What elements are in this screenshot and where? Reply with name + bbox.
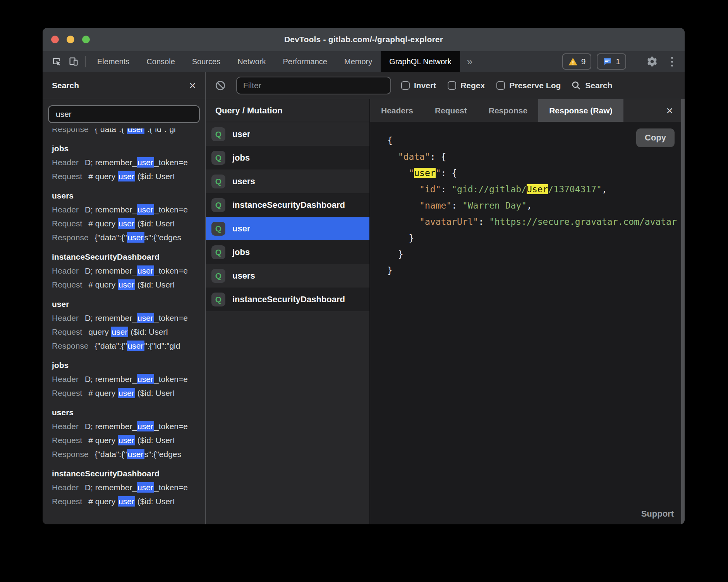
result-line[interactable]: HeaderD; remember_user_token=e: [52, 482, 201, 493]
query-list-item-user[interactable]: Quser: [206, 217, 369, 240]
kebab-menu-icon[interactable]: [666, 57, 678, 67]
minimize-window-button[interactable]: [67, 36, 74, 43]
query-list-item-jobs[interactable]: Qjobs: [206, 240, 369, 264]
result-group-title[interactable]: instanceSecurityDashboard: [52, 251, 201, 263]
result-line-label: Request: [52, 496, 82, 507]
checkbox-invert[interactable]: Invert: [401, 81, 436, 90]
text-segment: # query: [88, 436, 118, 445]
devtools-tab-performance[interactable]: Performance: [275, 51, 336, 72]
json-line: "avatarUrl": "https://secure.gravatar.co…: [387, 214, 685, 230]
result-line[interactable]: Response{"data":{"users":{"edges: [52, 448, 201, 460]
devtools-tab-sources[interactable]: Sources: [184, 51, 229, 72]
devtools-toolbar: ElementsConsoleSourcesNetworkPerformance…: [43, 51, 685, 72]
query-list-item-instancesecuritydashboard[interactable]: QinstanceSecurityDashboard: [206, 193, 369, 217]
copy-button[interactable]: Copy: [636, 128, 675, 147]
result-group-title[interactable]: instanceSecurityDashboard: [52, 468, 201, 479]
text-segment: D; remember_: [85, 158, 137, 167]
result-group-title[interactable]: users: [52, 190, 201, 202]
devtools-tab-memory[interactable]: Memory: [336, 51, 381, 72]
query-type-badge: Q: [211, 293, 225, 306]
result-line[interactable]: Request# query user ($id: UserI: [52, 387, 201, 399]
support-link[interactable]: Support: [641, 509, 674, 519]
query-list-item-users[interactable]: Qusers: [206, 264, 369, 288]
devtools-tab-network[interactable]: Network: [229, 51, 274, 72]
filter-search-label: Search: [585, 81, 612, 90]
result-line[interactable]: Request# query user ($id: UserI: [52, 171, 201, 182]
result-line[interactable]: HeaderD; remember_user_token=e: [52, 204, 201, 216]
text-segment: D; remember_: [85, 422, 137, 431]
query-list-item-user[interactable]: Quser: [206, 122, 369, 146]
result-group-title[interactable]: jobs: [52, 359, 201, 371]
devtools-tab-graphql-network[interactable]: GraphQL Network: [381, 51, 460, 72]
result-line[interactable]: HeaderD; remember_user_token=e: [52, 421, 201, 432]
checkbox-box[interactable]: [401, 81, 410, 90]
result-line-value: # query user ($id: UserI: [88, 387, 175, 399]
response-scrollbar[interactable]: [681, 99, 685, 524]
result-line[interactable]: HeaderD; remember_user_token=e: [52, 265, 201, 277]
result-group-title[interactable]: users: [52, 407, 201, 418]
query-label: jobs: [232, 153, 250, 163]
json-line: }: [387, 230, 685, 246]
result-line[interactable]: HeaderD; remember_user_token=e: [52, 312, 201, 324]
settings-gear-icon[interactable]: [644, 56, 661, 67]
checkbox-regex[interactable]: Regex: [448, 81, 485, 90]
query-list-item-instancesecuritydashboard[interactable]: QinstanceSecurityDashboard: [206, 288, 369, 311]
close-window-button[interactable]: [51, 36, 59, 43]
query-list-item-users[interactable]: Qusers: [206, 169, 369, 193]
result-line-label: Header: [52, 373, 79, 385]
result-line[interactable]: HeaderD; remember_user_token=e: [52, 157, 201, 168]
detail-tabs: HeadersRequestResponseResponse (Raw): [370, 99, 623, 122]
text-segment: [387, 184, 419, 194]
result-line[interactable]: Request# query user ($id: UserI: [52, 435, 201, 446]
filter-input[interactable]: [236, 77, 391, 94]
clear-log-icon[interactable]: [215, 80, 226, 91]
text-segment: _token=e: [154, 313, 188, 322]
messages-badge[interactable]: 1: [597, 53, 626, 70]
text-segment: s":{"edges: [144, 450, 181, 459]
detail-tab-request[interactable]: Request: [424, 99, 478, 122]
titlebar[interactable]: DevTools - gitlab.com/-/graphql-explorer: [43, 28, 685, 51]
query-list-header: Query / Mutation: [206, 99, 369, 122]
result-group-jobs: jobsHeaderD; remember_user_token=eReques…: [52, 143, 201, 182]
zoom-window-button[interactable]: [82, 36, 90, 43]
result-line-label: Response: [52, 448, 89, 460]
result-line-label: Request: [52, 435, 82, 446]
checkbox-box[interactable]: [448, 81, 456, 90]
checkbox-box[interactable]: [496, 81, 505, 90]
device-toolbar-icon[interactable]: [65, 51, 82, 72]
text-segment: D; remember_: [85, 205, 137, 214]
search-panel-close-icon[interactable]: ×: [189, 80, 196, 91]
result-group-title[interactable]: user: [52, 298, 201, 310]
result-line[interactable]: Response{"data":{"user":{"id":"gid: [52, 340, 201, 352]
query-type-badge: Q: [211, 127, 225, 141]
inspect-element-icon[interactable]: [48, 51, 65, 72]
result-line[interactable]: Requestquery user ($id: UserI: [52, 326, 201, 338]
result-line[interactable]: Request# query user ($id: UserI: [52, 496, 201, 507]
result-line[interactable]: Response{"data":{"users":{"edges: [52, 232, 201, 243]
warnings-badge[interactable]: 9: [562, 53, 592, 70]
warning-count: 9: [581, 57, 586, 66]
result-line[interactable]: Response{"data":{"user":{"id":"gi: [52, 128, 201, 135]
result-line[interactable]: Request# query user ($id: UserI: [52, 218, 201, 229]
detail-tab-response-raw[interactable]: Response (Raw): [538, 99, 623, 122]
result-line[interactable]: HeaderD; remember_user_token=e: [52, 373, 201, 385]
result-line-label: Response: [52, 232, 89, 243]
result-line-value: # query user ($id: UserI: [88, 218, 175, 229]
result-group-title[interactable]: jobs: [52, 143, 201, 154]
result-line-label: Response: [52, 128, 89, 135]
text-segment: [387, 152, 398, 162]
search-input[interactable]: [48, 105, 200, 123]
text-segment: }: [387, 265, 393, 276]
text-segment: ($id: UserI: [135, 497, 175, 506]
devtools-tab-console[interactable]: Console: [138, 51, 183, 72]
filter-search-button[interactable]: Search: [571, 80, 612, 91]
result-line[interactable]: Request# query user ($id: UserI: [52, 279, 201, 291]
detail-tab-response[interactable]: Response: [478, 99, 538, 122]
devtools-tab-elements[interactable]: Elements: [89, 51, 138, 72]
toolbar-right-controls: 9 1: [562, 51, 685, 72]
checkbox-preserve-log[interactable]: Preserve Log: [496, 81, 561, 90]
more-tabs-button[interactable]: »: [460, 51, 479, 72]
query-list-item-jobs[interactable]: Qjobs: [206, 146, 369, 169]
text-segment: [387, 217, 419, 227]
detail-tab-headers[interactable]: Headers: [370, 99, 424, 122]
